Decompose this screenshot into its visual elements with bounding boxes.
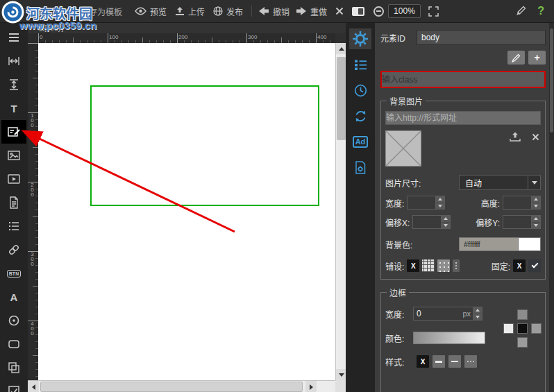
border-style-solid-button[interactable] [433, 355, 445, 368]
scroll-left-button[interactable] [28, 381, 39, 392]
close-icon [335, 7, 344, 15]
border-side-bottom-button[interactable] [517, 337, 528, 348]
spinner-buttons [531, 196, 540, 209]
tab-layout-list[interactable] [349, 54, 371, 75]
background-color-swatch[interactable] [518, 238, 540, 250]
tool-video[interactable] [1, 167, 26, 191]
left-toolbar: T BTN A [0, 23, 28, 392]
close-button[interactable] [335, 7, 344, 15]
spin-down-button[interactable] [436, 203, 444, 210]
height-input[interactable] [503, 196, 531, 209]
ruler-label: 200 [29, 182, 35, 196]
page-icon [7, 196, 21, 210]
spin-up-button[interactable] [436, 196, 444, 203]
remove-image-button[interactable] [532, 133, 539, 141]
fixed-check-button[interactable] [528, 259, 541, 272]
tool-text[interactable]: T [1, 96, 26, 120]
scroll-right-button[interactable] [305, 381, 317, 392]
spin-down-button[interactable] [473, 314, 482, 321]
vertical-scrollbar[interactable] [335, 43, 346, 380]
canvas-element-outline[interactable] [90, 85, 319, 206]
background-color-control[interactable]: #ffffff [459, 237, 541, 251]
tool-button[interactable]: BTN [1, 262, 26, 285]
scroll-down-button[interactable] [336, 369, 346, 380]
border-style-dotted-button[interactable] [464, 355, 477, 368]
tool-height[interactable] [1, 73, 26, 96]
tool-width[interactable] [1, 49, 26, 73]
tool-checkbox[interactable] [1, 380, 26, 392]
pen-tool-button[interactable] [515, 6, 526, 17]
panel-scroll-thumb[interactable] [550, 28, 553, 133]
tool-page[interactable] [1, 191, 26, 214]
tab-timeline[interactable] [349, 80, 371, 101]
spin-up-button[interactable] [442, 216, 450, 222]
tile-none-button[interactable]: X [407, 259, 419, 272]
tab-page-settings[interactable] [349, 157, 371, 178]
horizontal-scrollbar[interactable] [28, 380, 335, 392]
upload-button[interactable]: 上传 [175, 6, 205, 17]
tab-transform[interactable] [349, 105, 371, 126]
zoom-out-button[interactable] [373, 6, 384, 17]
add-class-button[interactable]: + [528, 51, 546, 65]
border-side-right-button[interactable] [531, 323, 542, 334]
offset-x-spinner [412, 215, 451, 229]
border-color-bar[interactable] [413, 332, 485, 344]
upload-image-button[interactable] [510, 132, 521, 142]
width-input[interactable] [408, 196, 435, 209]
size-row: 宽度: 高度: [385, 196, 541, 210]
design-canvas[interactable] [38, 43, 335, 380]
border-side-top-button[interactable] [517, 309, 528, 320]
horizontal-scroll-thumb[interactable] [40, 382, 303, 392]
rect-tool-icon [7, 337, 21, 351]
image-size-select[interactable]: 自动 [459, 175, 541, 190]
preview-button[interactable]: 预览 [135, 6, 167, 17]
tool-image[interactable] [1, 144, 26, 167]
border-style-dashed-button[interactable] [448, 355, 461, 368]
redo-button[interactable]: 重做 [296, 6, 327, 17]
panel-scrollbar[interactable] [549, 23, 554, 392]
border-width-input[interactable] [414, 307, 460, 320]
edit-class-button[interactable] [507, 51, 525, 65]
panel-toggle-button[interactable] [352, 7, 364, 16]
element-id-input[interactable] [417, 30, 546, 45]
tool-list[interactable] [1, 214, 26, 238]
tab-ad[interactable]: Ad [349, 131, 371, 152]
spin-down-button[interactable] [532, 222, 540, 229]
spin-down-button[interactable] [532, 203, 540, 210]
publish-button[interactable]: 发布 [213, 6, 243, 17]
offset-y-input[interactable] [503, 216, 531, 228]
border-style-none-button[interactable]: X [417, 355, 429, 368]
undo-button[interactable]: 撤销 [258, 6, 289, 17]
resize-canvas-button[interactable] [428, 6, 439, 17]
spinner-buttons [435, 196, 444, 209]
spin-up-button[interactable] [532, 196, 540, 203]
tool-link[interactable] [1, 238, 26, 262]
ruler-label: 100 [29, 112, 35, 127]
video-icon [7, 172, 21, 186]
tool-rectangle[interactable] [1, 332, 26, 356]
class-input[interactable] [380, 71, 546, 88]
offset-y-spinner [503, 215, 541, 229]
border-group-title: 边框 [387, 287, 409, 298]
tab-settings[interactable] [349, 28, 371, 49]
border-width-unit: px [460, 309, 473, 318]
background-url-input[interactable] [385, 111, 541, 125]
tool-anchor[interactable]: A [1, 285, 26, 309]
border-side-left-button[interactable] [503, 323, 514, 334]
tile-pattern-button[interactable] [437, 259, 450, 272]
scroll-up-button[interactable] [336, 43, 346, 54]
tile-repeat-button[interactable] [422, 259, 435, 272]
spin-down-button[interactable] [442, 222, 450, 229]
offset-x-input[interactable] [413, 216, 441, 228]
zoom-level[interactable]: 100% [388, 4, 421, 18]
tool-circle[interactable] [1, 309, 26, 332]
tool-form-selected[interactable] [1, 120, 26, 144]
vertical-scroll-thumb[interactable] [337, 57, 346, 140]
help-button[interactable]: ? [537, 5, 544, 17]
border-side-all-button[interactable] [517, 323, 528, 334]
fixed-none-button[interactable]: X [513, 259, 526, 272]
tool-layers[interactable] [1, 356, 26, 380]
spin-up-button[interactable] [532, 216, 540, 222]
tile-more-button[interactable] [453, 259, 460, 272]
spin-up-button[interactable] [473, 307, 482, 314]
